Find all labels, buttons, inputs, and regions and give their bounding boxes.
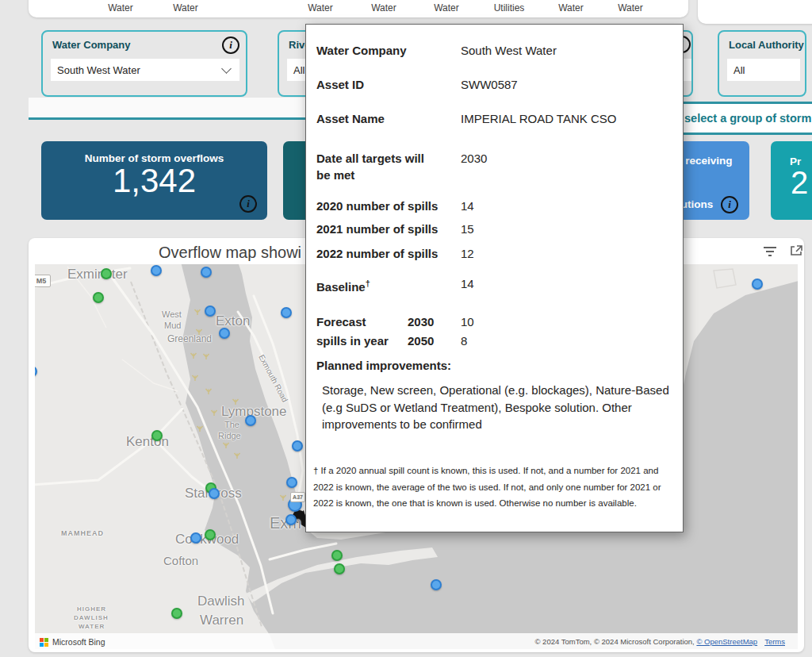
bing-logo-text: Microsoft Bing [52,637,105,647]
map-copyright: © 2024 TomTom, © 2024 Microsoft Corporat… [534,637,785,646]
marsh-symbol [202,349,210,363]
m5-road-shield: M5 [35,275,51,287]
map-title: Overflow map showi [159,244,301,262]
tooltip-value: 2030 [461,150,487,167]
a37-road-shield: A37 [290,492,305,502]
map-marker-green[interactable] [334,563,345,574]
chevron-down-icon [221,63,232,74]
kpi-value-fragment: 2 [791,165,808,201]
kpi-text-fragment: s receiving [676,155,733,167]
map-marker-green[interactable] [205,529,216,540]
tooltip-label: Baseline† [316,275,450,295]
forecast-year: 2050 [408,334,434,348]
top-column-value: Water [371,2,396,13]
top-column-value: Water [173,2,198,13]
map-marker-blue[interactable] [35,366,37,377]
info-icon[interactable] [222,36,239,54]
map-place-label: Exmouth Road [257,353,289,404]
map-place-label: Dawlish [197,594,245,609]
marsh-symbol [279,490,287,505]
map-place-label: Greenland [167,333,212,344]
asset-detail-tooltip: Water CompanySouth West Water Asset IDSW… [305,24,684,532]
map-marker-blue[interactable] [286,477,297,488]
forecast-value: 10 [461,315,474,328]
tooltip-value: 12 [461,245,474,262]
map-marker-green[interactable] [171,608,182,619]
forecast-row: Forecast 2030 10 [316,315,366,328]
dagger-symbol: † [366,279,370,288]
marsh-symbol [193,305,201,319]
water-company-slicer: Water Company South West Water [41,30,247,97]
top-clipped-visual-right [698,0,812,24]
map-marker-green[interactable] [93,292,104,303]
filter-icon[interactable] [762,245,778,258]
info-icon[interactable] [721,196,738,213]
local-authority-dropdown[interactable]: All [727,59,800,81]
openstreetmap-link[interactable]: © OpenStreetMap [696,637,757,646]
map-place-label: MAMHEAD [61,529,104,537]
map-marker-blue[interactable] [151,265,162,276]
microsoft-bing-logo: Microsoft Bing [40,637,105,647]
map-marker-blue[interactable] [201,267,212,278]
tooltip-label: 2022 number of spills [316,245,450,262]
map-place-label: WATER [79,623,105,630]
info-icon[interactable] [239,195,257,213]
map-marker-blue[interactable] [245,415,256,426]
map-marker-blue[interactable] [752,279,763,290]
tooltip-value: 14 [461,198,474,214]
map-marker-blue[interactable] [281,307,292,318]
map-place-label: The [224,420,239,429]
map-place-label: Exminster [67,267,128,282]
tooltip-value: South West Water [461,42,557,59]
water-company-dropdown[interactable]: South West Water [51,59,239,81]
map-marker-blue[interactable] [190,532,201,544]
forecast-label: spills in year [316,334,389,348]
map-marker-green[interactable] [101,268,112,279]
marsh-symbol [195,325,203,339]
forecast-year: 2030 [408,315,434,328]
kpi-value: 1,342 [41,162,267,200]
water-company-slicer-title: Water Company [52,39,130,51]
map-place-label: Warren [200,613,243,628]
map-marker-blue[interactable] [292,440,303,451]
instruction-banner: select a group of storm [682,102,812,135]
marsh-symbol [233,448,241,463]
local-authority-slicer: Local Authority All [718,30,806,97]
tooltip-value: IMPERIAL ROAD TANK CSO [461,110,616,127]
map-marker-blue[interactable] [209,488,220,499]
map-marker-blue[interactable] [219,328,230,339]
local-authority-selected-value: All [733,64,745,76]
map-marker-green[interactable] [151,430,163,441]
copyright-text: © 2024 TomTom, © 2024 Microsoft Corporat… [534,637,696,646]
map-place-label: HIGHER [77,605,106,613]
map-marker-blue[interactable] [205,305,216,317]
tooltip-label: Water Company [316,42,450,59]
river-selected-value: All [293,64,304,76]
tooltip-value: 14 [461,275,474,292]
forecast-value: 8 [461,334,467,348]
tooltip-label: 2021 number of spills [316,221,450,237]
map-marker-blue[interactable] [285,514,297,525]
marsh-symbol [196,421,204,436]
tooltip-value: SWW0587 [461,76,518,93]
forecast-label: Forecast [316,315,366,328]
tooltip-value: 15 [461,221,474,237]
marsh-symbol [205,384,213,398]
focus-mode-icon[interactable] [789,244,803,257]
planned-improvements-label: Planned improvements: [316,359,451,372]
tooltip-label: 2020 number of spills [316,198,450,214]
map-place-label: Cofton [163,554,198,567]
marsh-symbol [210,405,218,420]
terms-link[interactable]: Terms [764,637,785,646]
map-marker-blue[interactable] [431,579,442,590]
marsh-symbol [232,394,239,409]
map-place-label: West [162,309,182,319]
forecast-row: spills in year 2050 8 [316,334,389,348]
planned-improvements-text: Storage, New screen, Operational (e.g. b… [322,382,669,433]
tooltip-label: Asset Name [316,110,450,127]
map-marker-green[interactable] [331,550,343,561]
top-column-value: Water [308,2,333,13]
top-column-value: Water [434,2,459,13]
top-column-value: Utilities [494,2,525,13]
microsoft-logo-icon [40,638,48,647]
